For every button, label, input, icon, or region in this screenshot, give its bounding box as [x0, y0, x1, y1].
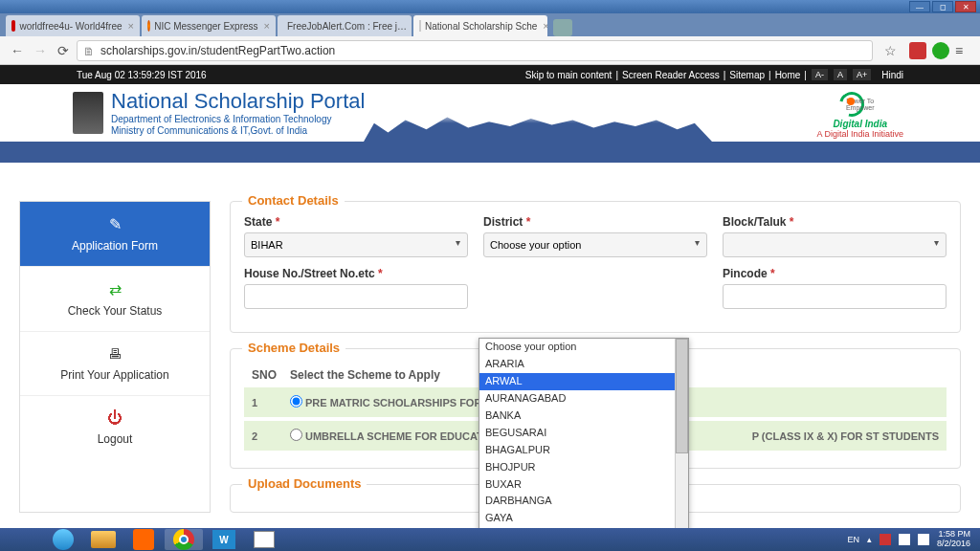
favicon-icon [11, 20, 15, 32]
scheme-radio[interactable] [290, 429, 302, 441]
skip-link[interactable]: Skip to main content [525, 70, 612, 80]
taskbar-chrome-button[interactable] [165, 529, 203, 550]
url-text: scholarships.gov.in/studentRegPartTwo.ac… [100, 44, 335, 57]
favicon-icon [419, 20, 421, 32]
sno-header: SNO [252, 368, 290, 382]
bookmark-star-icon[interactable]: ☆ [880, 41, 900, 60]
extension-area: ☆ ≡ [880, 41, 972, 60]
browser-toolbar: ← → ⟳ 🗎 scholarships.gov.in/studentRegPa… [0, 36, 980, 65]
scrollbar-thumb[interactable] [676, 339, 688, 453]
nav-band [0, 142, 980, 163]
print-icon [28, 345, 202, 363]
crowd-silhouette-icon [364, 111, 712, 142]
tab-label: NIC Messenger Express [154, 21, 257, 32]
contact-legend: Contact Details [242, 193, 345, 208]
sno-cell: 2 [252, 430, 290, 442]
arrows-icon [28, 280, 202, 298]
tray-network-icon[interactable] [899, 534, 910, 545]
window-titlebar: — ◻ ✕ [0, 0, 980, 13]
tab-nic-messenger[interactable]: NIC Messenger Express × [142, 15, 276, 36]
dropdown-option[interactable]: BHOJPUR [479, 459, 688, 476]
dropdown-option[interactable]: BUXAR [479, 476, 688, 494]
district-dropdown-list[interactable]: Choose your optionARARIAARWALAURANAGABAD… [479, 338, 689, 528]
dropdown-option[interactable]: GOPALGANJ [479, 527, 688, 528]
tray-flag-icon[interactable] [880, 534, 891, 545]
address-bar[interactable]: 🗎 scholarships.gov.in/studentRegPartTwo.… [77, 40, 873, 61]
house-input[interactable] [244, 284, 468, 309]
window-close-button[interactable]: ✕ [955, 1, 976, 12]
digital-india-icon: Power To Empower [832, 90, 889, 119]
utility-bar: Tue Aug 02 13:59:29 IST 2016 Skip to mai… [0, 65, 980, 84]
extension-icon[interactable] [909, 42, 926, 59]
block-select[interactable] [723, 232, 947, 257]
menu-icon[interactable]: ≡ [949, 41, 969, 60]
tab-label: worldfree4u- World4free [19, 21, 122, 32]
tab-freejobalert[interactable]: FreeJobAlert.Com : Free j… × [278, 15, 412, 36]
dropdown-option[interactable]: BANKA [479, 408, 688, 425]
taskbar-paint-button[interactable] [245, 529, 283, 550]
pincode-label: Pincode * [723, 267, 947, 280]
house-label: House No./Street No.etc * [244, 267, 468, 280]
dropdown-scrollbar[interactable] [675, 339, 688, 528]
tab-national-scholarship[interactable]: National Scholarship Sche × [413, 15, 547, 36]
tray-show-hidden-icon[interactable]: ▴ [867, 535, 872, 544]
dropdown-option[interactable]: DARBHANGA [479, 493, 688, 510]
reload-button[interactable]: ⟳ [54, 41, 73, 60]
dropdown-option[interactable]: BEGUSARAI [479, 425, 688, 442]
extension-icon[interactable] [932, 42, 949, 59]
dropdown-option[interactable]: BHAGALPUR [479, 442, 688, 459]
sno-cell: 1 [252, 397, 290, 408]
sidebar-item-application-form[interactable]: Application Form [20, 202, 210, 267]
district-select[interactable]: Choose your option [483, 232, 707, 257]
start-button[interactable] [4, 529, 42, 550]
sidebar-item-label: Application Form [72, 239, 158, 253]
power-icon [28, 409, 202, 427]
sidebar-item-logout[interactable]: Logout [20, 396, 210, 459]
dropdown-option[interactable]: ARARIA [479, 356, 688, 373]
window-minimize-button[interactable]: — [909, 1, 930, 12]
dropdown-option[interactable]: AURANAGABAD [479, 390, 688, 408]
tab-worldfree4u[interactable]: worldfree4u- World4free × [6, 15, 140, 36]
pincode-input[interactable] [723, 284, 947, 309]
back-button[interactable]: ← [8, 41, 27, 60]
taskbar-ie-button[interactable] [44, 529, 82, 550]
tab-close-icon[interactable]: × [128, 20, 134, 32]
scheme-legend: Scheme Details [242, 341, 345, 355]
home-link[interactable]: Home [775, 70, 801, 80]
state-label: State * [244, 215, 468, 229]
browser-tab-strip: worldfree4u- World4free × NIC Messenger … [0, 13, 980, 36]
sidebar-item-label: Check Your Status [68, 304, 163, 318]
page-content: Tue Aug 02 13:59:29 IST 2016 Skip to mai… [0, 65, 980, 528]
tab-close-icon[interactable]: × [543, 20, 547, 32]
taskbar-media-button[interactable] [124, 529, 163, 550]
font-increase-button[interactable]: A+ [853, 69, 871, 80]
font-decrease-button[interactable]: A- [812, 69, 828, 80]
page-icon: 🗎 [83, 45, 95, 56]
language-link[interactable]: Hindi [881, 70, 903, 80]
sidebar-item-print[interactable]: Print Your Application [20, 332, 210, 396]
dept-line: Department of Electronics & Information … [111, 114, 365, 125]
sidebar-item-label: Print Your Application [60, 368, 168, 382]
taskbar-word-button[interactable]: W [205, 529, 243, 550]
taskbar-explorer-button[interactable] [84, 529, 122, 550]
dropdown-option[interactable]: ARWAL [479, 373, 688, 390]
window-maximize-button[interactable]: ◻ [932, 1, 953, 12]
tray-lang[interactable]: EN [847, 535, 859, 544]
forward-button[interactable]: → [31, 41, 50, 60]
new-tab-button[interactable] [553, 19, 572, 36]
sitemap-link[interactable]: Sitemap [729, 70, 765, 80]
tray-clock[interactable]: 1:58 PM 8/2/2016 [937, 530, 976, 549]
upload-legend: Upload Documents [242, 476, 367, 491]
dropdown-option[interactable]: Choose your option [479, 339, 688, 356]
dropdown-option[interactable]: GAYA [479, 510, 688, 527]
font-default-button[interactable]: A [834, 69, 847, 80]
ministry-line: Ministry of Communications & IT,Govt. of… [111, 125, 365, 137]
screen-reader-link[interactable]: Screen Reader Access [622, 70, 720, 80]
state-select[interactable]: BIHAR [244, 232, 468, 257]
district-label: District * [483, 215, 707, 229]
tab-close-icon[interactable]: × [264, 20, 270, 32]
tray-volume-icon[interactable] [918, 534, 929, 545]
scheme-radio[interactable] [290, 395, 302, 408]
sidebar-item-check-status[interactable]: Check Your Status [20, 267, 210, 332]
di-label: Digital India [816, 119, 903, 129]
